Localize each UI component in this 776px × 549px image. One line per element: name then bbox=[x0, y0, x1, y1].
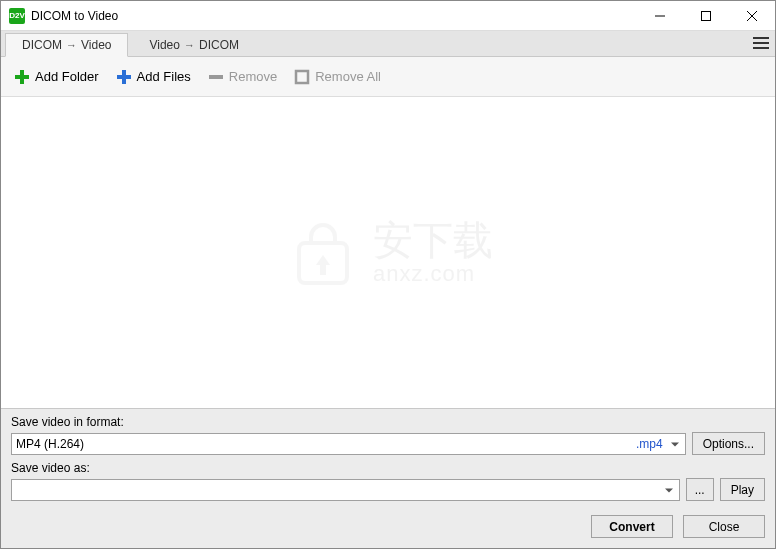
tab-dicom-to-video[interactable]: DICOM → Video bbox=[5, 33, 128, 57]
add-files-button[interactable]: Add Files bbox=[111, 66, 195, 88]
svg-rect-1 bbox=[702, 11, 711, 20]
options-button[interactable]: Options... bbox=[692, 432, 765, 455]
app-icon: D2V bbox=[9, 8, 25, 24]
tab-label: Video bbox=[81, 38, 111, 52]
file-list-area[interactable]: 安下载 anxz.com bbox=[1, 97, 775, 408]
window-title: DICOM to Video bbox=[31, 9, 637, 23]
button-label: Add Files bbox=[137, 69, 191, 84]
add-folder-button[interactable]: Add Folder bbox=[9, 66, 103, 88]
button-label: Remove bbox=[229, 69, 277, 84]
format-label: Save video in format: bbox=[11, 415, 765, 429]
saveas-label: Save video as: bbox=[11, 461, 765, 475]
footer: Convert Close bbox=[1, 509, 775, 548]
toolbar: Add Folder Add Files Remove Remove All bbox=[1, 57, 775, 97]
close-button[interactable]: Close bbox=[683, 515, 765, 538]
maximize-button[interactable] bbox=[683, 1, 729, 31]
convert-button[interactable]: Convert bbox=[591, 515, 673, 538]
browse-button[interactable]: ... bbox=[686, 478, 714, 501]
remove-all-button[interactable]: Remove All bbox=[289, 66, 385, 88]
tab-label: Video bbox=[149, 38, 179, 52]
plus-icon bbox=[115, 68, 133, 86]
minimize-button[interactable] bbox=[637, 1, 683, 31]
bottom-panel: Save video in format: MP4 (H.264) .mp4 O… bbox=[1, 408, 775, 509]
tab-strip: DICOM → Video Video → DICOM bbox=[1, 31, 775, 57]
svg-rect-12 bbox=[296, 71, 308, 83]
plus-icon bbox=[13, 68, 31, 86]
watermark-url: anxz.com bbox=[373, 262, 493, 286]
tab-label: DICOM bbox=[199, 38, 239, 52]
arrow-right-icon: → bbox=[184, 39, 195, 51]
minus-icon bbox=[207, 68, 225, 86]
titlebar: D2V DICOM to Video bbox=[1, 1, 775, 31]
tab-label: DICOM bbox=[22, 38, 62, 52]
watermark: 安下载 anxz.com bbox=[283, 213, 493, 293]
tab-video-to-dicom[interactable]: Video → DICOM bbox=[132, 32, 255, 56]
format-combo[interactable]: MP4 (H.264) .mp4 bbox=[11, 433, 686, 455]
square-icon bbox=[293, 68, 311, 86]
format-value: MP4 (H.264) bbox=[16, 437, 84, 451]
button-label: Add Folder bbox=[35, 69, 99, 84]
close-window-button[interactable] bbox=[729, 1, 775, 31]
button-label: Remove All bbox=[315, 69, 381, 84]
play-button[interactable]: Play bbox=[720, 478, 765, 501]
format-extension: .mp4 bbox=[636, 437, 663, 451]
menu-button[interactable] bbox=[747, 30, 775, 56]
saveas-combo[interactable] bbox=[11, 479, 680, 501]
watermark-text: 安下载 bbox=[373, 218, 493, 262]
remove-button[interactable]: Remove bbox=[203, 66, 281, 88]
arrow-right-icon: → bbox=[66, 39, 77, 51]
